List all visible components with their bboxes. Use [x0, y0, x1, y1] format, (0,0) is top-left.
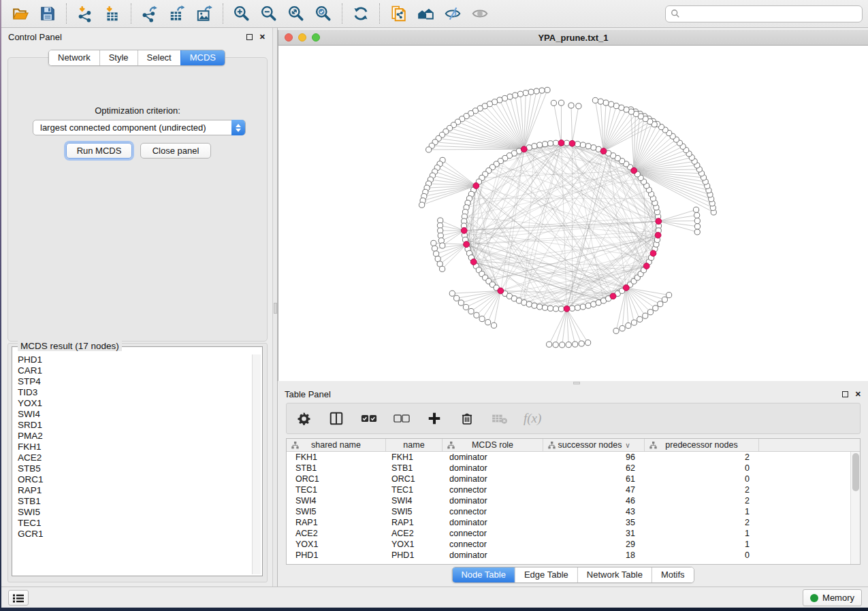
graph-node[interactable] — [547, 342, 552, 347]
table-row[interactable]: TEC1TEC1connector472 — [287, 484, 850, 495]
save-session-button[interactable] — [34, 2, 61, 25]
graph-node[interactable] — [468, 308, 474, 314]
table-row[interactable]: YOX1YOX1connector291 — [287, 539, 850, 550]
delete-column-button[interactable] — [458, 408, 476, 429]
minimize-window-icon[interactable] — [298, 33, 306, 42]
table-row[interactable]: FKH1FKH1dominator962 — [287, 452, 850, 463]
graph-node[interactable] — [613, 103, 619, 109]
mcds-result-item[interactable]: TEC1 — [14, 518, 251, 529]
graph-node[interactable] — [585, 340, 591, 346]
zoom-in-button[interactable] — [228, 2, 255, 25]
zoom-fit-button[interactable] — [283, 2, 310, 25]
mcds-result-item[interactable]: TID3 — [14, 387, 251, 398]
graph-node[interactable] — [434, 251, 439, 257]
table-settings-button[interactable] — [295, 408, 312, 429]
graph-node[interactable] — [431, 240, 436, 246]
graph-node[interactable] — [553, 342, 558, 348]
float-panel-icon[interactable] — [246, 34, 253, 40]
mcds-result-item[interactable]: PMA2 — [14, 431, 251, 442]
close-panel-icon[interactable]: ✕ — [855, 391, 861, 398]
graph-node[interactable] — [693, 207, 698, 212]
graph-node[interactable] — [626, 323, 631, 328]
graph-node[interactable] — [694, 229, 700, 235]
graph-node[interactable] — [539, 88, 545, 93]
graph-node[interactable] — [658, 301, 663, 307]
graph-node[interactable] — [643, 313, 648, 318]
mcds-list-scrollbar[interactable] — [252, 354, 261, 574]
table-row[interactable]: SWI5SWI5connector431 — [287, 506, 850, 517]
scrollbar-thumb[interactable] — [852, 453, 859, 491]
graph-node[interactable] — [432, 246, 437, 251]
selected-graph-node[interactable] — [610, 293, 616, 299]
graph-node[interactable] — [613, 328, 619, 333]
graph-node[interactable] — [435, 256, 440, 261]
graph-node[interactable] — [547, 141, 553, 146]
graph-node[interactable] — [580, 304, 585, 310]
tab-edge-table[interactable]: Edge Table — [515, 567, 577, 582]
graph-node[interactable] — [502, 95, 507, 101]
graph-node[interactable] — [631, 320, 637, 325]
zoom-out-button[interactable] — [255, 2, 283, 25]
table-row[interactable]: RAP1RAP1dominator352 — [287, 517, 850, 528]
splitter-grip[interactable] — [274, 303, 277, 314]
graph-node[interactable] — [694, 218, 700, 223]
tab-style[interactable]: Style — [99, 50, 138, 65]
tab-node-table[interactable]: Node Table — [452, 567, 515, 582]
tab-mcds[interactable]: MCDS — [180, 50, 225, 65]
graph-node[interactable] — [564, 140, 569, 146]
column-header-shared-name[interactable]: shared name — [287, 439, 386, 451]
graph-node[interactable] — [653, 306, 658, 311]
table-row[interactable]: STB1STB1dominator620 — [287, 463, 850, 474]
function-builder-button[interactable]: f(x) — [524, 411, 541, 426]
graph-node[interactable] — [542, 305, 547, 310]
network-overview-button[interactable] — [412, 2, 439, 25]
graph-node[interactable] — [532, 303, 537, 308]
graph-node[interactable] — [463, 304, 468, 310]
ui-settings-menu-button[interactable] — [8, 590, 29, 606]
graph-node[interactable] — [534, 88, 539, 94]
graph-node[interactable] — [662, 297, 667, 302]
selected-graph-node[interactable] — [521, 146, 527, 152]
graph-node[interactable] — [532, 144, 537, 149]
selected-graph-node[interactable] — [623, 285, 629, 291]
delete-table-button[interactable] — [491, 408, 509, 429]
selected-graph-node[interactable] — [600, 148, 607, 154]
hide-graphics-details-button[interactable] — [439, 2, 466, 25]
selected-graph-node[interactable] — [558, 140, 564, 146]
graph-node[interactable] — [547, 306, 553, 311]
graph-node[interactable] — [507, 94, 513, 99]
graph-node[interactable] — [579, 341, 584, 346]
vertical-splitter[interactable] — [272, 28, 278, 587]
selected-graph-node[interactable] — [470, 259, 477, 265]
import-network-button[interactable] — [71, 2, 99, 25]
selected-graph-node[interactable] — [656, 218, 662, 225]
graph-node[interactable] — [580, 142, 585, 148]
export-image-button[interactable] — [191, 2, 218, 25]
search-input[interactable] — [684, 9, 857, 18]
table-scrollbar[interactable] — [850, 452, 860, 564]
mcds-result-item[interactable]: ACE2 — [14, 452, 251, 463]
criterion-dropdown[interactable]: largest connected component (undirected) — [33, 120, 246, 135]
graph-node[interactable] — [458, 300, 464, 306]
maximize-window-icon[interactable] — [312, 33, 320, 42]
graph-node[interactable] — [438, 233, 443, 238]
graph-node[interactable] — [619, 105, 624, 110]
mcds-result-item[interactable]: CAR1 — [14, 365, 251, 376]
mcds-result-item[interactable]: STB1 — [14, 496, 251, 507]
graph-node[interactable] — [666, 293, 672, 298]
graph-node[interactable] — [474, 312, 479, 318]
column-header-MCDS-role[interactable]: MCDS role — [443, 439, 543, 451]
graph-node[interactable] — [553, 306, 558, 312]
import-table-button[interactable] — [99, 2, 126, 25]
graph-node[interactable] — [603, 100, 609, 105]
selected-graph-node[interactable] — [464, 242, 470, 248]
memory-button[interactable]: Memory — [803, 589, 862, 606]
selected-graph-node[interactable] — [461, 227, 467, 233]
graph-node[interactable] — [542, 142, 547, 147]
selected-graph-node[interactable] — [498, 288, 504, 294]
graph-node[interactable] — [575, 305, 580, 310]
graph-node[interactable] — [569, 306, 575, 311]
graph-node[interactable] — [513, 93, 518, 98]
graph-node[interactable] — [598, 99, 603, 104]
graph-node[interactable] — [566, 342, 571, 348]
